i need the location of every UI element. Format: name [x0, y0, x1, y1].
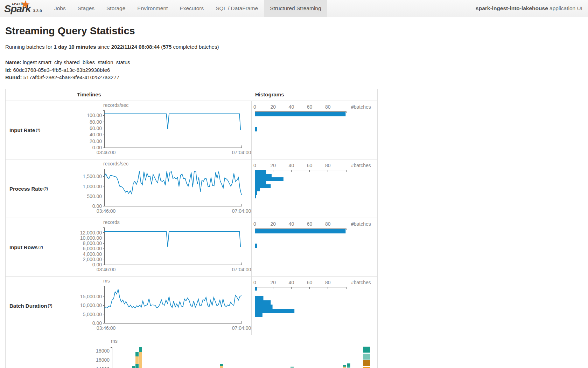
help-icon[interactable]: (?): [36, 128, 40, 132]
svg-text:8,000.00: 8,000.00: [83, 240, 102, 246]
svg-text:ms: ms: [103, 278, 110, 284]
row-label-operation-duration: [6, 335, 73, 368]
row-label-input-rows: Input Rows(?): [6, 218, 73, 276]
operation-duration-chart: ms180001600014000: [73, 335, 377, 368]
stats-row-process-rate: Process Rate(?)records/sec1,500.001,000.…: [6, 159, 377, 218]
histogram-cell-process-rate: 020406080#batches: [252, 159, 377, 218]
tab-executors[interactable]: Executors: [174, 0, 210, 17]
spark-version: 3.3.0: [33, 9, 42, 13]
timeline-cell-process-rate: records/sec1,500.001,000.00500.000.0003:…: [73, 159, 252, 218]
svg-text:18000: 18000: [96, 348, 110, 354]
svg-text:0: 0: [253, 104, 256, 110]
tab-environment[interactable]: Environment: [131, 0, 174, 17]
svg-text:records/sec: records/sec: [103, 102, 128, 108]
svg-text:80: 80: [325, 163, 331, 168]
spark-logo[interactable]: APACHE Spark ★: [4, 1, 33, 16]
svg-text:5,000.00: 5,000.00: [83, 312, 102, 317]
svg-text:60: 60: [307, 104, 313, 110]
process-rate-timeline-chart: records/sec1,500.001,000.00500.000.0003:…: [73, 159, 251, 218]
svg-text:80: 80: [325, 280, 331, 285]
application-title: spark-ingest-into-lakehouse application …: [476, 0, 582, 17]
stats-row-input-rate: Input Rate(?)records/sec100.0080.0060.00…: [6, 101, 377, 159]
application-name: spark-ingest-into-lakehouse: [476, 5, 548, 11]
svg-text:07:04:00: 07:04:00: [232, 150, 251, 155]
svg-text:0: 0: [253, 163, 256, 168]
svg-text:12,000.00: 12,000.00: [80, 230, 102, 236]
help-icon[interactable]: (?): [38, 245, 43, 249]
tab-structured-streaming[interactable]: Structured Streaming: [264, 0, 327, 17]
row-label-text: Process Rate: [9, 186, 43, 192]
input-rate-histogram-chart: 020406080#batches: [252, 101, 377, 159]
svg-text:80: 80: [325, 221, 331, 227]
svg-text:20: 20: [270, 104, 276, 110]
svg-text:80.00: 80.00: [90, 119, 102, 125]
svg-text:80: 80: [325, 104, 331, 110]
svg-text:20: 20: [270, 221, 276, 227]
batch-duration-histogram-chart: 020406080#batches: [252, 277, 377, 335]
svg-text:#batches: #batches: [351, 280, 371, 285]
row-label-input-rate: Input Rate(?): [6, 101, 73, 159]
row-label-text: Input Rows: [9, 244, 38, 250]
histogram-cell-input-rows: 020406080#batches: [252, 218, 377, 276]
svg-text:#batches: #batches: [351, 221, 371, 227]
meta-line: Id: 60dc3768-85e3-4fb5-a13c-63b29938bfe6: [5, 66, 130, 74]
svg-text:40: 40: [289, 104, 294, 110]
svg-text:03:46:00: 03:46:00: [97, 325, 116, 331]
svg-text:records: records: [103, 219, 120, 225]
svg-text:20.00: 20.00: [90, 138, 102, 144]
nav-tabs: JobsStagesStorageEnvironmentExecutorsSQL…: [48, 0, 327, 17]
meta-line: RunId: 517afd3f-28e2-4ba8-9fe4-4102527a3…: [5, 74, 130, 81]
svg-text:500.00: 500.00: [87, 193, 102, 199]
help-icon[interactable]: (?): [43, 187, 48, 191]
timeline-cell-input-rate: records/sec100.0080.0060.0040.0020.000.0…: [73, 101, 252, 159]
svg-text:03:46:00: 03:46:00: [97, 267, 116, 272]
tab-jobs[interactable]: Jobs: [48, 0, 72, 17]
row-label-text: Input Rate: [9, 127, 35, 133]
svg-text:16000: 16000: [96, 357, 110, 363]
running-batches-line: Running batches for 1 day 10 minutes sin…: [5, 44, 219, 50]
svg-text:records/sec: records/sec: [103, 161, 128, 166]
svg-text:6,000.00: 6,000.00: [83, 246, 102, 251]
svg-text:07:04:00: 07:04:00: [232, 325, 251, 331]
svg-text:60.00: 60.00: [90, 125, 102, 131]
svg-text:40: 40: [289, 163, 294, 168]
help-icon[interactable]: (?): [48, 304, 52, 308]
svg-text:07:04:00: 07:04:00: [232, 267, 251, 272]
stats-header-empty: [6, 89, 73, 101]
svg-text:07:04:00: 07:04:00: [232, 208, 251, 214]
svg-text:40: 40: [289, 221, 294, 227]
svg-text:60: 60: [307, 280, 313, 285]
svg-text:#batches: #batches: [351, 104, 371, 110]
tab-storage[interactable]: Storage: [100, 0, 131, 17]
query-metadata: Name: ingest smart_city shared_bikes_sta…: [5, 59, 130, 81]
svg-text:1,500.00: 1,500.00: [83, 173, 102, 179]
svg-text:20: 20: [270, 280, 276, 285]
tab-stages[interactable]: Stages: [72, 0, 100, 17]
input-rate-timeline-chart: records/sec100.0080.0060.0040.0020.000.0…: [73, 101, 251, 159]
stats-row-operation-duration: ms180001600014000: [6, 335, 377, 368]
svg-text:40: 40: [289, 280, 294, 285]
timeline-cell-input-rows: records12,000.0010,000.008,000.006,000.0…: [73, 218, 252, 276]
svg-text:60: 60: [307, 163, 313, 168]
svg-text:20: 20: [270, 163, 276, 168]
row-label-process-rate: Process Rate(?): [6, 159, 73, 218]
operation-duration-cell: ms180001600014000: [73, 335, 377, 368]
navbar: APACHE Spark ★ 3.3.0 JobsStagesStorageEn…: [0, 0, 588, 17]
svg-text:100.00: 100.00: [87, 113, 102, 118]
stats-header-histograms: Histograms: [251, 89, 377, 101]
histogram-cell-batch-duration: 020406080#batches: [252, 277, 377, 335]
row-label-text: Batch Duration: [9, 303, 47, 309]
batch-duration-timeline-chart: ms15,000.0010,000.005,000.000.0003:46:00…: [73, 277, 251, 335]
svg-text:03:46:00: 03:46:00: [97, 150, 116, 155]
histogram-cell-input-rate: 020406080#batches: [252, 101, 377, 159]
tab-sql-dataframe[interactable]: SQL / DataFrame: [210, 0, 264, 17]
svg-text:14000: 14000: [96, 366, 110, 368]
process-rate-histogram-chart: 020406080#batches: [252, 159, 377, 218]
svg-text:03:46:00: 03:46:00: [97, 208, 116, 214]
svg-text:2,000.00: 2,000.00: [83, 257, 102, 262]
svg-text:0: 0: [253, 221, 256, 227]
application-ui-suffix: application UI: [548, 5, 582, 11]
timeline-cell-batch-duration: ms15,000.0010,000.005,000.000.0003:46:00…: [73, 277, 252, 335]
svg-text:1,000.00: 1,000.00: [83, 184, 102, 189]
svg-text:ms: ms: [111, 338, 118, 344]
